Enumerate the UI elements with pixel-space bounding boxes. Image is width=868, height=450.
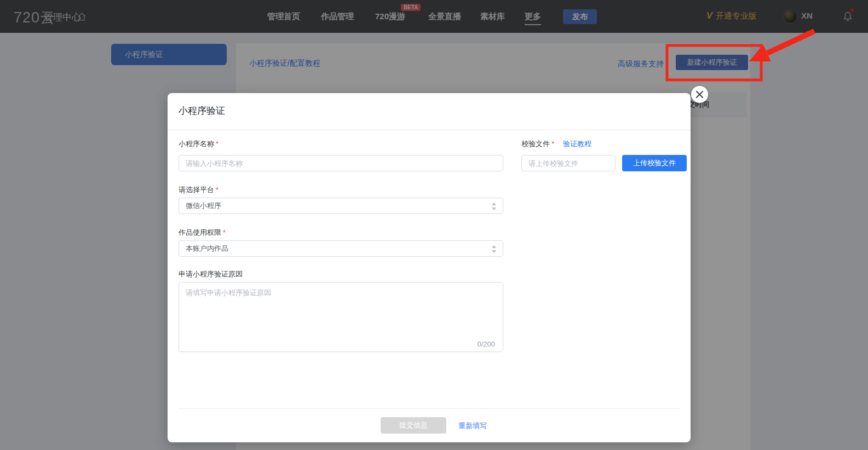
submit-button[interactable]: 提交信息 <box>381 417 446 434</box>
reset-link[interactable]: 重新填写 <box>458 421 487 431</box>
field-label-platform: 请选择平台* <box>179 185 219 195</box>
field-label-name: 小程序名称* <box>179 139 219 149</box>
verify-file-input[interactable] <box>521 155 616 171</box>
dialog-close-button[interactable] <box>691 86 708 103</box>
required-asterisk: * <box>216 140 219 148</box>
miniprogram-verify-dialog: 小程序验证 小程序名称* 校验文件* 验证教程 上传校验文件 请选择平台* 微信… <box>168 93 691 442</box>
field-label-permission: 作品使用权限* <box>179 228 226 238</box>
verify-tutorial-link[interactable]: 验证教程 <box>563 139 591 149</box>
field-label-file: 校验文件* <box>521 139 554 149</box>
permission-select[interactable]: 本账户内作品 <box>179 240 503 257</box>
platform-select-value: 微信小程序 <box>186 201 221 210</box>
reason-textarea-wrap: 0/200 <box>179 282 503 352</box>
updown-arrows-icon <box>492 245 496 253</box>
upload-file-button[interactable]: 上传校验文件 <box>622 155 687 171</box>
dialog-footer-divider <box>179 408 680 409</box>
required-asterisk: * <box>223 228 226 236</box>
field-label-reason: 申请小程序验证原因 <box>179 269 243 279</box>
platform-select[interactable]: 微信小程序 <box>179 198 503 214</box>
permission-select-value: 本账户内作品 <box>186 244 228 252</box>
dialog-title: 小程序验证 <box>179 105 225 117</box>
reason-textarea[interactable] <box>179 282 503 351</box>
updown-arrows-icon <box>492 203 496 210</box>
miniprogram-name-input[interactable] <box>179 155 503 171</box>
close-icon <box>695 90 704 99</box>
required-asterisk: * <box>216 186 219 194</box>
dialog-title-divider <box>168 130 691 130</box>
char-counter: 0/200 <box>477 340 495 348</box>
required-asterisk: * <box>551 140 554 148</box>
app-viewport: 720云 管理中心 管理首页 作品管理 720漫游 BETA 全景直播 素材库 … <box>0 0 868 450</box>
